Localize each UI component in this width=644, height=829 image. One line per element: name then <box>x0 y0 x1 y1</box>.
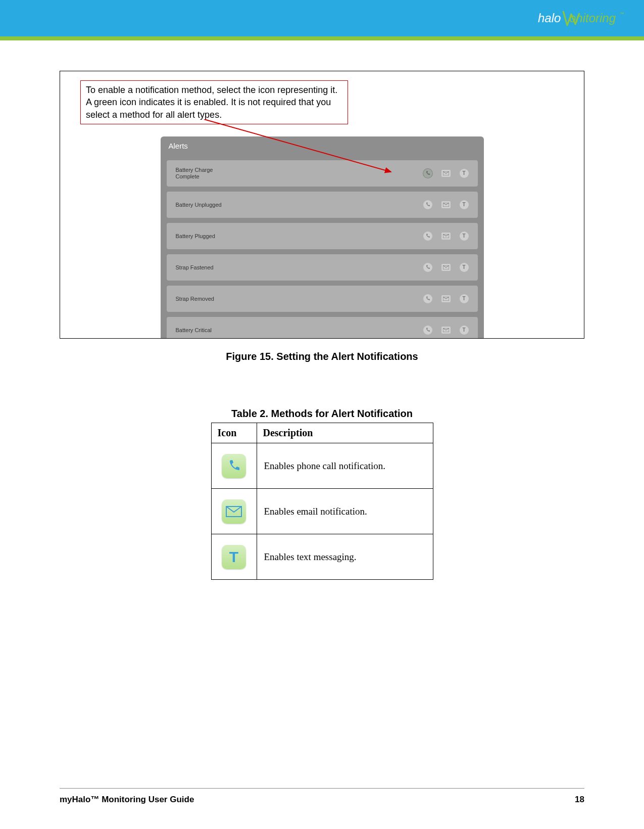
desc-cell: Enables phone call notification. <box>257 443 433 489</box>
alert-row-battery-critical: Battery Critical T <box>167 317 478 339</box>
halo-monitoring-logo: halo onitoring ™ <box>538 7 624 29</box>
table-header-row: Icon Description <box>211 423 433 443</box>
alert-row-strap-removed: Strap Removed T <box>167 286 478 312</box>
email-icon[interactable] <box>441 233 451 240</box>
figure-caption: Figure 15. Setting the Alert Notificatio… <box>60 351 584 362</box>
desc-cell: Enables text messaging. <box>257 534 433 580</box>
table-row: Enables email notification. <box>211 489 433 534</box>
svg-text:™: ™ <box>620 12 624 16</box>
phone-icon[interactable] <box>423 326 432 335</box>
page-footer: myHalo™ Monitoring User Guide 18 <box>60 788 584 805</box>
email-notification-icon <box>222 499 246 524</box>
email-icon[interactable] <box>441 327 451 334</box>
text-icon[interactable]: T <box>460 326 469 335</box>
alert-label: Strap Removed <box>176 296 214 302</box>
green-stripe <box>0 36 644 40</box>
th-icon: Icon <box>211 423 257 443</box>
email-icon[interactable] <box>441 170 451 177</box>
text-messaging-icon: T <box>222 545 246 569</box>
alert-row-strap-fastened: Strap Fastened T <box>167 254 478 281</box>
text-icon[interactable]: T <box>460 232 469 241</box>
desc-cell: Enables email notification. <box>257 489 433 534</box>
email-icon[interactable] <box>441 295 451 302</box>
alert-label: Battery Plugged <box>176 233 215 240</box>
methods-table: Icon Description Enables phone call noti… <box>211 423 433 580</box>
text-icon[interactable]: T <box>460 263 469 272</box>
phone-call-icon <box>222 454 246 478</box>
text-icon[interactable]: T <box>460 169 469 178</box>
email-icon[interactable] <box>441 264 451 271</box>
alert-label: Strap Fastened <box>176 264 214 271</box>
svg-text:onitoring: onitoring <box>569 11 616 25</box>
alert-icons: T <box>423 232 469 241</box>
alert-row-battery-unplugged: Battery Unplugged T <box>167 192 478 218</box>
phone-icon[interactable] <box>423 169 432 178</box>
alert-label: Battery Charge Complete <box>176 167 213 179</box>
alert-row-battery-plugged: Battery Plugged T <box>167 223 478 249</box>
phone-icon[interactable] <box>423 232 432 241</box>
alerts-panel: Alerts Battery Charge Complete T Battery… <box>161 136 484 339</box>
icon-cell-email <box>211 489 257 534</box>
alert-row-battery-charge-complete: Battery Charge Complete T <box>167 160 478 187</box>
icon-cell-text: T <box>211 534 257 580</box>
table-row: T Enables text messaging. <box>211 534 433 580</box>
alert-icons: T <box>423 263 469 272</box>
text-icon[interactable]: T <box>460 294 469 303</box>
footer-page-number: 18 <box>575 795 584 805</box>
text-icon[interactable]: T <box>460 200 469 209</box>
svg-text:halo: halo <box>538 11 561 25</box>
alert-icons: T <box>423 200 469 209</box>
header-band: halo onitoring ™ <box>0 0 644 36</box>
alert-label: Battery Critical <box>176 327 212 334</box>
icon-cell-phone <box>211 443 257 489</box>
alert-icons: T <box>423 326 469 335</box>
footer-title: myHalo™ Monitoring User Guide <box>60 795 194 805</box>
phone-icon[interactable] <box>423 294 432 303</box>
figure-15-box: To enable a notification method, select … <box>60 71 584 339</box>
email-icon[interactable] <box>441 201 451 208</box>
phone-icon[interactable] <box>423 200 432 209</box>
alert-icons: T <box>423 294 469 303</box>
table-row: Enables phone call notification. <box>211 443 433 489</box>
th-description: Description <box>257 423 433 443</box>
page-content: To enable a notification method, select … <box>0 40 644 580</box>
phone-icon[interactable] <box>423 263 432 272</box>
table-caption: Table 2. Methods for Alert Notification <box>60 408 584 420</box>
alert-icons: T <box>423 169 469 178</box>
alerts-header: Alerts <box>161 136 484 155</box>
alert-label: Battery Unplugged <box>176 202 222 208</box>
callout-text: To enable a notification method, select … <box>80 80 348 124</box>
